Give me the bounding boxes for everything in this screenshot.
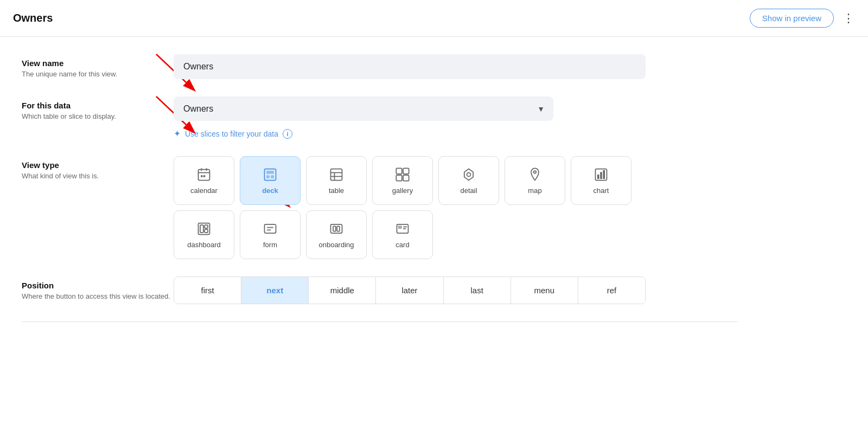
slices-label: Use slices to filter your data	[185, 130, 278, 138]
svg-point-26	[534, 171, 537, 173]
card-label: card	[395, 241, 409, 249]
position-last[interactable]: last	[444, 277, 511, 304]
view-name-row: View name The unique name for this view.	[22, 54, 738, 79]
view-name-label-col: View name The unique name for this view.	[22, 54, 174, 78]
detail-icon	[461, 167, 476, 182]
view-name-input-col	[174, 54, 738, 79]
card-icon	[395, 221, 410, 236]
svg-rect-40	[337, 226, 340, 231]
for-data-label-col: For this data Which table or slice to di…	[22, 96, 174, 120]
view-type-form[interactable]: form	[240, 210, 301, 259]
position-row: Position Where the button to access this…	[22, 276, 738, 304]
svg-rect-13	[266, 171, 274, 174]
svg-point-25	[467, 172, 471, 176]
view-name-input[interactable]	[174, 54, 646, 79]
more-options-icon[interactable]: ⋮	[843, 11, 855, 25]
svg-rect-28	[597, 175, 599, 179]
svg-rect-29	[600, 172, 602, 179]
form-label: form	[263, 241, 277, 249]
sparkle-icon: ✦	[174, 128, 181, 139]
svg-rect-23	[403, 175, 409, 181]
map-icon	[527, 167, 542, 182]
position-ref[interactable]: ref	[578, 277, 645, 304]
app-header: Owners Show in preview ⋮	[0, 0, 868, 37]
view-type-grid: calendar deck	[174, 156, 662, 259]
chart-label: chart	[593, 186, 609, 195]
svg-rect-35	[265, 224, 276, 233]
svg-rect-20	[396, 168, 402, 174]
view-type-gallery[interactable]: gallery	[372, 156, 433, 205]
position-grid: first next middle later last menu ref	[174, 276, 646, 304]
show-preview-button[interactable]: Show in preview	[750, 9, 834, 28]
position-menu[interactable]: menu	[511, 277, 578, 304]
gallery-label: gallery	[392, 186, 413, 195]
position-label: Position	[22, 281, 174, 290]
svg-marker-24	[464, 169, 473, 180]
position-middle[interactable]: middle	[309, 277, 376, 304]
main-content: View name The unique name for this view.…	[0, 37, 760, 339]
view-type-onboarding[interactable]: onboarding	[306, 210, 367, 259]
svg-rect-34	[205, 229, 208, 233]
page-title: Owners	[13, 12, 53, 24]
header-actions: Show in preview ⋮	[750, 9, 855, 28]
calendar-label: calendar	[190, 186, 218, 195]
svg-rect-38	[331, 224, 342, 233]
dashboard-label: dashboard	[187, 241, 220, 249]
svg-rect-10	[201, 175, 203, 177]
view-type-table[interactable]: table	[306, 156, 367, 205]
calendar-icon	[196, 167, 212, 182]
svg-rect-6	[199, 169, 210, 180]
svg-rect-33	[205, 225, 208, 228]
svg-rect-16	[331, 169, 342, 180]
svg-rect-12	[265, 169, 276, 180]
view-name-label: View name	[22, 59, 174, 68]
table-icon	[329, 167, 344, 182]
form-icon	[263, 221, 278, 236]
position-description: Where the button to access this view is …	[22, 292, 174, 300]
svg-rect-11	[203, 175, 206, 177]
position-first[interactable]: first	[174, 277, 241, 304]
position-input-col: first next middle later last menu ref	[174, 276, 738, 304]
info-icon: i	[283, 129, 292, 139]
view-type-detail[interactable]: detail	[438, 156, 499, 205]
view-type-row: View type What kind of view this is. cal…	[22, 156, 738, 259]
svg-rect-21	[403, 168, 409, 174]
svg-rect-32	[200, 225, 203, 233]
view-type-label: View type	[22, 160, 174, 170]
view-name-description: The unique name for this view.	[22, 70, 174, 78]
data-select-wrapper: Owners ▼	[174, 96, 553, 121]
view-type-calendar[interactable]: calendar	[174, 156, 234, 205]
position-label-col: Position Where the button to access this…	[22, 276, 174, 300]
view-type-map[interactable]: map	[505, 156, 565, 205]
view-type-chart[interactable]: chart	[571, 156, 631, 205]
view-type-description: What kind of view this is.	[22, 172, 174, 180]
svg-rect-30	[603, 170, 605, 178]
svg-rect-15	[271, 175, 274, 178]
view-type-card[interactable]: card	[372, 210, 433, 259]
svg-rect-42	[398, 226, 402, 229]
position-later[interactable]: later	[376, 277, 443, 304]
bottom-divider	[22, 321, 738, 322]
for-this-data-row: For this data Which table or slice to di…	[22, 96, 738, 139]
for-data-description: Which table or slice to display.	[22, 112, 174, 120]
data-select[interactable]: Owners	[174, 96, 553, 121]
onboarding-label: onboarding	[318, 241, 354, 249]
detail-label: detail	[460, 186, 477, 195]
chart-icon	[593, 167, 609, 182]
position-next[interactable]: next	[241, 277, 309, 304]
dashboard-icon	[196, 221, 212, 236]
view-type-input-col: calendar deck	[174, 156, 738, 259]
svg-rect-39	[333, 226, 336, 231]
map-label: map	[528, 186, 541, 195]
view-type-dashboard[interactable]: dashboard	[174, 210, 234, 259]
deck-label: deck	[262, 186, 278, 195]
svg-rect-14	[266, 175, 270, 178]
for-data-input-col: Owners ▼ ✦ Use slices to filter your dat…	[174, 96, 738, 139]
onboarding-icon	[329, 221, 344, 236]
view-type-deck[interactable]: deck	[240, 156, 301, 205]
gallery-icon	[395, 167, 410, 182]
for-data-label: For this data	[22, 101, 174, 110]
slices-link[interactable]: ✦ Use slices to filter your data i	[174, 128, 738, 139]
svg-rect-22	[396, 175, 402, 181]
table-label: table	[329, 186, 344, 195]
